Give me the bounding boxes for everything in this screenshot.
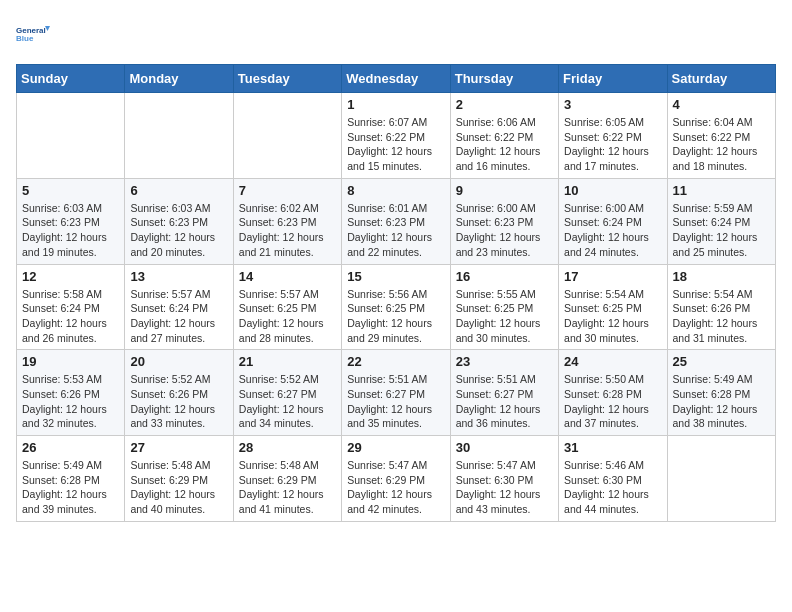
calendar-day-cell: 2Sunrise: 6:06 AM Sunset: 6:22 PM Daylig…	[450, 93, 558, 179]
day-number: 19	[22, 354, 119, 369]
logo-svg: General Blue	[16, 16, 56, 52]
logo: General Blue	[16, 16, 56, 52]
day-info: Sunrise: 6:00 AM Sunset: 6:23 PM Dayligh…	[456, 201, 553, 260]
calendar-day-cell: 8Sunrise: 6:01 AM Sunset: 6:23 PM Daylig…	[342, 178, 450, 264]
day-number: 31	[564, 440, 661, 455]
day-info: Sunrise: 6:02 AM Sunset: 6:23 PM Dayligh…	[239, 201, 336, 260]
day-number: 15	[347, 269, 444, 284]
calendar-day-cell: 30Sunrise: 5:47 AM Sunset: 6:30 PM Dayli…	[450, 436, 558, 522]
day-number: 27	[130, 440, 227, 455]
day-number: 20	[130, 354, 227, 369]
empty-cell	[233, 93, 341, 179]
day-number: 8	[347, 183, 444, 198]
calendar-table: SundayMondayTuesdayWednesdayThursdayFrid…	[16, 64, 776, 522]
calendar-day-cell: 18Sunrise: 5:54 AM Sunset: 6:26 PM Dayli…	[667, 264, 775, 350]
day-info: Sunrise: 5:51 AM Sunset: 6:27 PM Dayligh…	[347, 372, 444, 431]
calendar-day-cell: 22Sunrise: 5:51 AM Sunset: 6:27 PM Dayli…	[342, 350, 450, 436]
day-info: Sunrise: 5:48 AM Sunset: 6:29 PM Dayligh…	[239, 458, 336, 517]
day-number: 3	[564, 97, 661, 112]
calendar-day-cell: 14Sunrise: 5:57 AM Sunset: 6:25 PM Dayli…	[233, 264, 341, 350]
day-of-week-header: Wednesday	[342, 65, 450, 93]
calendar-day-cell: 5Sunrise: 6:03 AM Sunset: 6:23 PM Daylig…	[17, 178, 125, 264]
calendar-day-cell: 4Sunrise: 6:04 AM Sunset: 6:22 PM Daylig…	[667, 93, 775, 179]
day-info: Sunrise: 5:47 AM Sunset: 6:29 PM Dayligh…	[347, 458, 444, 517]
empty-cell	[125, 93, 233, 179]
day-of-week-header: Thursday	[450, 65, 558, 93]
day-number: 21	[239, 354, 336, 369]
calendar-day-cell: 9Sunrise: 6:00 AM Sunset: 6:23 PM Daylig…	[450, 178, 558, 264]
calendar-day-cell: 27Sunrise: 5:48 AM Sunset: 6:29 PM Dayli…	[125, 436, 233, 522]
day-number: 13	[130, 269, 227, 284]
day-info: Sunrise: 5:50 AM Sunset: 6:28 PM Dayligh…	[564, 372, 661, 431]
calendar-day-cell: 10Sunrise: 6:00 AM Sunset: 6:24 PM Dayli…	[559, 178, 667, 264]
calendar-day-cell: 7Sunrise: 6:02 AM Sunset: 6:23 PM Daylig…	[233, 178, 341, 264]
day-number: 29	[347, 440, 444, 455]
day-info: Sunrise: 5:55 AM Sunset: 6:25 PM Dayligh…	[456, 287, 553, 346]
calendar-day-cell: 13Sunrise: 5:57 AM Sunset: 6:24 PM Dayli…	[125, 264, 233, 350]
calendar-day-cell: 16Sunrise: 5:55 AM Sunset: 6:25 PM Dayli…	[450, 264, 558, 350]
day-number: 12	[22, 269, 119, 284]
calendar-day-cell: 31Sunrise: 5:46 AM Sunset: 6:30 PM Dayli…	[559, 436, 667, 522]
day-number: 6	[130, 183, 227, 198]
day-info: Sunrise: 6:06 AM Sunset: 6:22 PM Dayligh…	[456, 115, 553, 174]
calendar-day-cell: 12Sunrise: 5:58 AM Sunset: 6:24 PM Dayli…	[17, 264, 125, 350]
day-info: Sunrise: 6:05 AM Sunset: 6:22 PM Dayligh…	[564, 115, 661, 174]
day-number: 16	[456, 269, 553, 284]
day-info: Sunrise: 5:57 AM Sunset: 6:25 PM Dayligh…	[239, 287, 336, 346]
day-info: Sunrise: 5:58 AM Sunset: 6:24 PM Dayligh…	[22, 287, 119, 346]
svg-text:Blue: Blue	[16, 34, 34, 43]
day-number: 25	[673, 354, 770, 369]
day-info: Sunrise: 6:03 AM Sunset: 6:23 PM Dayligh…	[130, 201, 227, 260]
day-info: Sunrise: 5:57 AM Sunset: 6:24 PM Dayligh…	[130, 287, 227, 346]
day-number: 5	[22, 183, 119, 198]
day-of-week-header: Monday	[125, 65, 233, 93]
calendar-day-cell: 1Sunrise: 6:07 AM Sunset: 6:22 PM Daylig…	[342, 93, 450, 179]
day-of-week-header: Friday	[559, 65, 667, 93]
calendar-day-cell: 3Sunrise: 6:05 AM Sunset: 6:22 PM Daylig…	[559, 93, 667, 179]
day-number: 9	[456, 183, 553, 198]
day-info: Sunrise: 6:03 AM Sunset: 6:23 PM Dayligh…	[22, 201, 119, 260]
day-number: 14	[239, 269, 336, 284]
day-number: 22	[347, 354, 444, 369]
calendar-day-cell: 23Sunrise: 5:51 AM Sunset: 6:27 PM Dayli…	[450, 350, 558, 436]
day-number: 28	[239, 440, 336, 455]
day-number: 17	[564, 269, 661, 284]
calendar-day-cell: 21Sunrise: 5:52 AM Sunset: 6:27 PM Dayli…	[233, 350, 341, 436]
day-number: 30	[456, 440, 553, 455]
day-info: Sunrise: 5:51 AM Sunset: 6:27 PM Dayligh…	[456, 372, 553, 431]
day-info: Sunrise: 5:54 AM Sunset: 6:25 PM Dayligh…	[564, 287, 661, 346]
day-info: Sunrise: 6:00 AM Sunset: 6:24 PM Dayligh…	[564, 201, 661, 260]
day-info: Sunrise: 6:04 AM Sunset: 6:22 PM Dayligh…	[673, 115, 770, 174]
day-number: 4	[673, 97, 770, 112]
day-info: Sunrise: 5:54 AM Sunset: 6:26 PM Dayligh…	[673, 287, 770, 346]
day-of-week-header: Sunday	[17, 65, 125, 93]
calendar-day-cell: 20Sunrise: 5:52 AM Sunset: 6:26 PM Dayli…	[125, 350, 233, 436]
day-info: Sunrise: 5:52 AM Sunset: 6:27 PM Dayligh…	[239, 372, 336, 431]
day-number: 10	[564, 183, 661, 198]
calendar-day-cell: 17Sunrise: 5:54 AM Sunset: 6:25 PM Dayli…	[559, 264, 667, 350]
day-of-week-header: Tuesday	[233, 65, 341, 93]
calendar-day-cell: 24Sunrise: 5:50 AM Sunset: 6:28 PM Dayli…	[559, 350, 667, 436]
day-info: Sunrise: 5:53 AM Sunset: 6:26 PM Dayligh…	[22, 372, 119, 431]
day-number: 24	[564, 354, 661, 369]
day-info: Sunrise: 5:49 AM Sunset: 6:28 PM Dayligh…	[673, 372, 770, 431]
day-info: Sunrise: 5:49 AM Sunset: 6:28 PM Dayligh…	[22, 458, 119, 517]
empty-cell	[667, 436, 775, 522]
page-header: General Blue	[16, 16, 776, 52]
calendar-day-cell: 6Sunrise: 6:03 AM Sunset: 6:23 PM Daylig…	[125, 178, 233, 264]
day-info: Sunrise: 5:52 AM Sunset: 6:26 PM Dayligh…	[130, 372, 227, 431]
day-number: 2	[456, 97, 553, 112]
empty-cell	[17, 93, 125, 179]
calendar-day-cell: 28Sunrise: 5:48 AM Sunset: 6:29 PM Dayli…	[233, 436, 341, 522]
day-info: Sunrise: 6:07 AM Sunset: 6:22 PM Dayligh…	[347, 115, 444, 174]
day-number: 26	[22, 440, 119, 455]
calendar-day-cell: 11Sunrise: 5:59 AM Sunset: 6:24 PM Dayli…	[667, 178, 775, 264]
day-number: 7	[239, 183, 336, 198]
day-info: Sunrise: 5:59 AM Sunset: 6:24 PM Dayligh…	[673, 201, 770, 260]
day-info: Sunrise: 5:47 AM Sunset: 6:30 PM Dayligh…	[456, 458, 553, 517]
day-number: 18	[673, 269, 770, 284]
day-number: 11	[673, 183, 770, 198]
day-info: Sunrise: 5:48 AM Sunset: 6:29 PM Dayligh…	[130, 458, 227, 517]
calendar-day-cell: 19Sunrise: 5:53 AM Sunset: 6:26 PM Dayli…	[17, 350, 125, 436]
calendar-day-cell: 15Sunrise: 5:56 AM Sunset: 6:25 PM Dayli…	[342, 264, 450, 350]
